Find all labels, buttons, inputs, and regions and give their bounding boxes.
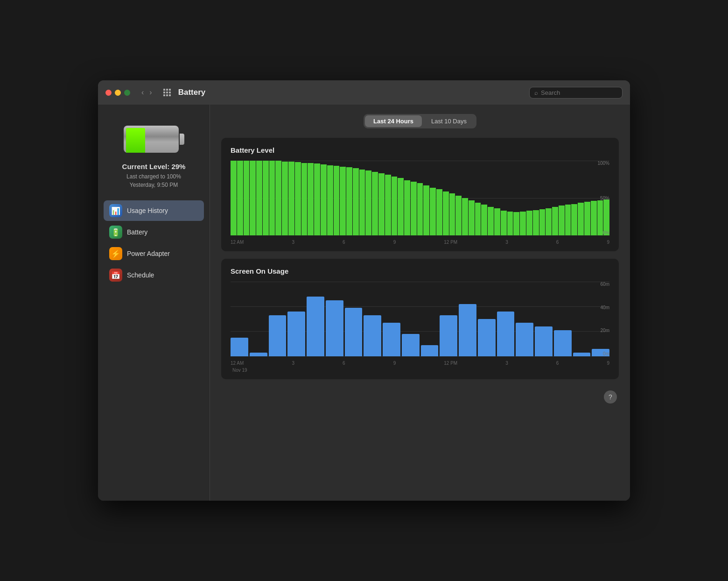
sidebar-item-power-adapter[interactable]: ⚡ Power Adapter	[104, 243, 204, 264]
power-adapter-icon: ⚡	[109, 247, 122, 260]
screen-bar	[402, 334, 420, 356]
battery-bar	[539, 209, 546, 235]
battery-bar	[591, 201, 597, 235]
usage-history-icon: 📊	[109, 204, 122, 217]
battery-bar	[288, 162, 294, 235]
battery-bar	[263, 161, 269, 235]
sidebar-item-label-schedule: Schedule	[127, 271, 154, 279]
screen-bar	[326, 300, 343, 356]
current-level-label: Current Level: 29%	[122, 163, 186, 170]
screen-bar	[421, 345, 439, 356]
battery-bar	[578, 203, 584, 235]
screen-bar	[459, 304, 476, 356]
search-icon: ⌕	[534, 89, 538, 96]
sidebar-item-label-usage: Usage History	[127, 207, 168, 214]
battery-bar	[501, 211, 507, 235]
battery-bar	[372, 172, 378, 235]
forward-button[interactable]: ›	[147, 87, 154, 98]
tabs-row: Last 24 Hours Last 10 Days	[221, 114, 619, 128]
screen-chart-inner: 12 AM 3 6 9 12 PM 3 6 9	[231, 282, 609, 366]
screen-bar	[554, 330, 572, 356]
battery-bar	[526, 211, 532, 235]
battery-chart-inner: 12 AM 3 6 9 12 PM 3 6 9	[231, 161, 609, 245]
battery-level-chart-card: Battery Level 12	[221, 138, 619, 251]
battery-bar	[340, 167, 346, 235]
battery-bar	[275, 161, 281, 235]
tabs-container: Last 24 Hours Last 10 Days	[364, 114, 476, 128]
maximize-button[interactable]	[124, 90, 130, 96]
battery-graphic	[124, 123, 184, 155]
back-button[interactable]: ‹	[140, 87, 146, 98]
screen-bar	[231, 338, 248, 356]
battery-bar	[584, 202, 590, 235]
battery-bar	[308, 163, 314, 235]
battery-bar	[398, 178, 404, 235]
battery-bar	[559, 205, 565, 235]
close-button[interactable]	[105, 90, 112, 96]
battery-bar	[475, 203, 481, 235]
screen-bar	[383, 323, 400, 356]
battery-bar	[385, 175, 391, 235]
screen-x-labels: 12 AM 3 6 9 12 PM 3 6 9	[231, 356, 609, 366]
screen-bar	[516, 323, 533, 356]
battery-bar	[571, 204, 577, 235]
screen-bar	[269, 315, 287, 356]
battery-bar	[365, 170, 371, 235]
traffic-lights	[105, 90, 130, 96]
tab-last-10d[interactable]: Last 10 Days	[423, 115, 475, 127]
battery-bar	[443, 191, 449, 235]
battery-bar	[552, 207, 558, 235]
screen-bar	[440, 315, 457, 356]
battery-bar	[597, 200, 603, 235]
minimize-button[interactable]	[115, 90, 121, 96]
schedule-icon: 📅	[109, 269, 122, 282]
battery-bar	[250, 161, 256, 235]
battery-bar	[301, 163, 308, 235]
battery-bar	[314, 163, 320, 235]
battery-bar	[430, 188, 436, 235]
main-window: ‹ › Battery ⌕ Current Level:	[98, 80, 630, 501]
battery-bar	[494, 208, 500, 235]
battery-bar	[513, 212, 519, 235]
grid-icon[interactable]	[163, 89, 171, 96]
battery-level-chart-area: 12 AM 3 6 9 12 PM 3 6 9 100% 50%	[231, 161, 609, 245]
sidebar-item-usage-history[interactable]: 📊 Usage History	[104, 200, 204, 221]
sidebar-item-battery[interactable]: 🔋 Battery	[104, 222, 204, 242]
battery-bar	[488, 207, 494, 235]
sidebar-item-label-power: Power Adapter	[127, 250, 170, 257]
screen-bar	[478, 319, 496, 356]
window-title: Battery	[178, 88, 524, 97]
screen-bar	[345, 308, 363, 356]
screen-bar	[573, 353, 591, 356]
battery-bar	[334, 166, 340, 235]
screen-bar	[364, 315, 381, 356]
battery-bar	[256, 161, 262, 235]
nav-arrows: ‹ ›	[140, 87, 154, 98]
screen-bar	[497, 312, 515, 356]
help-button[interactable]: ?	[604, 390, 617, 404]
tab-last-24h[interactable]: Last 24 Hours	[365, 115, 422, 127]
battery-bar	[327, 165, 333, 235]
battery-bar	[237, 161, 243, 235]
last-charged-line2: Yesterday, 9:50 PM	[122, 181, 186, 189]
battery-fill	[126, 128, 145, 153]
battery-bar	[282, 162, 288, 235]
battery-x-labels: 12 AM 3 6 9 12 PM 3 6 9	[231, 235, 609, 245]
search-input[interactable]	[541, 89, 617, 96]
screen-usage-chart-title: Screen On Usage	[231, 267, 609, 275]
battery-bar	[295, 162, 301, 235]
battery-bar	[603, 199, 609, 235]
screen-bar	[307, 297, 324, 356]
battery-bar	[411, 182, 417, 235]
battery-level-chart-title: Battery Level	[231, 146, 609, 154]
sidebar-item-schedule[interactable]: 📅 Schedule	[104, 265, 204, 285]
titlebar: ‹ › Battery ⌕	[98, 80, 630, 105]
screen-bar	[592, 349, 609, 356]
battery-bar	[404, 180, 410, 235]
screen-usage-chart-area: 12 AM 3 6 9 12 PM 3 6 9 60m 40m	[231, 282, 609, 366]
battery-bar	[346, 167, 352, 235]
battery-bar	[392, 177, 398, 235]
battery-bar	[244, 161, 250, 235]
search-bar[interactable]: ⌕	[529, 87, 623, 99]
last-charged-line1: Last charged to 100%	[122, 172, 186, 181]
